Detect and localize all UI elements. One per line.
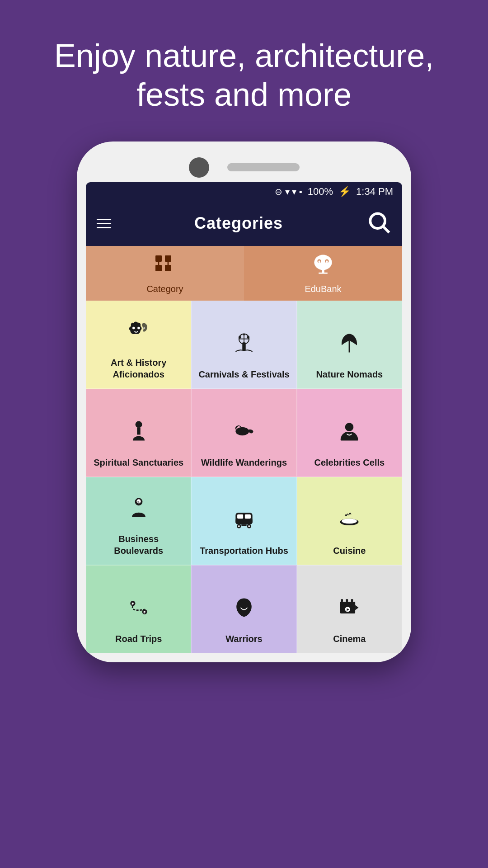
carnivals-icon <box>231 330 257 361</box>
tab-category[interactable]: Category <box>86 246 244 301</box>
wildlife-icon <box>231 419 257 449</box>
cinema-icon <box>337 595 362 626</box>
svg-rect-36 <box>245 514 251 519</box>
phone-top <box>86 151 402 182</box>
category-transport[interactable]: Transportation Hubs <box>191 477 296 565</box>
category-wildlife[interactable]: Wildlife Wanderings <box>191 389 296 477</box>
cinema-label: Cinema <box>333 633 366 645</box>
nature-label: Nature Nomads <box>316 368 383 380</box>
svg-line-1 <box>384 226 389 232</box>
art-history-label: Art & History Aficionados <box>93 357 184 380</box>
wildlife-label: Wildlife Wanderings <box>201 457 287 468</box>
category-warrior[interactable]: Warriors <box>191 565 296 653</box>
svg-point-15 <box>132 327 135 330</box>
svg-point-12 <box>326 260 328 263</box>
category-celebrities[interactable]: Celebrities Cells <box>297 389 402 477</box>
svg-point-29 <box>238 428 240 431</box>
category-art-history[interactable]: Art & History Aficionados <box>86 301 191 389</box>
category-tab-icon <box>152 252 178 281</box>
svg-rect-3 <box>165 255 171 262</box>
svg-text:B: B <box>143 611 145 614</box>
tab-category-label: Category <box>146 284 183 294</box>
svg-point-17 <box>143 327 145 329</box>
svg-point-23 <box>247 336 250 339</box>
svg-rect-27 <box>137 428 140 434</box>
svg-point-40 <box>238 525 240 527</box>
menu-button[interactable] <box>97 219 111 228</box>
transport-label: Transportation Hubs <box>200 545 288 557</box>
svg-point-22 <box>239 336 241 339</box>
svg-rect-2 <box>155 255 162 262</box>
status-icons: ⊖ ▾ ▾ ▪ <box>275 186 302 197</box>
categories-grid: Art & History Aficionados <box>86 301 402 653</box>
business-label: Business Boulevards <box>93 533 184 557</box>
nature-icon <box>337 330 362 361</box>
tab-edubank-label: EduBank <box>305 284 341 294</box>
celebrities-icon <box>337 419 362 449</box>
warrior-label: Warriors <box>225 633 263 645</box>
svg-rect-42 <box>241 524 246 526</box>
svg-point-0 <box>370 213 385 228</box>
svg-point-16 <box>137 327 140 330</box>
svg-rect-55 <box>346 599 348 602</box>
transport-icon <box>231 507 257 538</box>
phone-screen: ⊖ ▾ ▾ ▪ 100% ⚡ 1:34 PM Categories <box>86 182 402 653</box>
svg-rect-37 <box>235 519 252 523</box>
svg-point-26 <box>135 421 142 428</box>
spiritual-label: Spiritual Sanctuaries <box>94 457 183 468</box>
svg-rect-54 <box>341 599 343 602</box>
carnivals-label: Carnivals & Festivals <box>198 368 289 380</box>
svg-point-44 <box>342 519 357 524</box>
svg-rect-4 <box>155 265 162 271</box>
svg-rect-56 <box>351 599 353 602</box>
celebrities-label: Celebrities Cells <box>314 457 385 468</box>
battery-level: 100% <box>308 186 333 198</box>
cuisine-icon <box>337 507 362 538</box>
page-title: Categories <box>122 214 355 233</box>
category-nature[interactable]: Nature Nomads <box>297 301 402 389</box>
trips-icon: $ B <box>126 595 151 626</box>
svg-text:$: $ <box>131 602 133 605</box>
svg-point-24 <box>243 334 245 335</box>
category-carnivals[interactable]: Carnivals & Festivals <box>191 301 296 389</box>
svg-rect-35 <box>237 514 243 519</box>
tab-edubank[interactable]: EduBank <box>244 246 402 301</box>
phone-speaker <box>227 163 300 171</box>
svg-point-11 <box>319 260 320 263</box>
category-cuisine[interactable]: Cuisine <box>297 477 402 565</box>
phone-mockup: ⊖ ▾ ▾ ▪ 100% ⚡ 1:34 PM Categories <box>77 142 411 662</box>
category-business[interactable]: $ Business Boulevards <box>86 477 191 565</box>
cuisine-label: Cuisine <box>333 545 366 557</box>
clock: 1:34 PM <box>356 186 393 198</box>
status-bar: ⊖ ▾ ▾ ▪ 100% ⚡ 1:34 PM <box>86 182 402 201</box>
search-button[interactable] <box>366 209 391 238</box>
svg-point-28 <box>235 427 249 435</box>
edubank-tab-icon <box>310 252 336 281</box>
svg-rect-52 <box>340 602 356 605</box>
spiritual-icon <box>126 419 151 449</box>
svg-point-30 <box>345 423 354 431</box>
svg-rect-21 <box>242 342 245 351</box>
app-bar: Categories <box>86 201 402 246</box>
battery-icon: ⚡ <box>338 186 351 198</box>
tab-bar: Category EduBank <box>86 246 402 301</box>
category-cinema[interactable]: Cinema <box>297 565 402 653</box>
svg-point-41 <box>248 525 250 527</box>
phone-camera <box>189 157 209 178</box>
trips-label: Road Trips <box>115 633 162 645</box>
svg-marker-57 <box>355 605 358 610</box>
business-icon: $ <box>126 495 151 526</box>
category-trips[interactable]: $ B Road Trips <box>86 565 191 653</box>
warrior-icon <box>231 595 257 626</box>
category-spiritual[interactable]: Spiritual Sanctuaries <box>86 389 191 477</box>
hero-heading: Enjoy nature, architecture, fests and mo… <box>0 0 488 142</box>
svg-rect-5 <box>165 265 171 271</box>
art-history-icon <box>126 319 151 349</box>
